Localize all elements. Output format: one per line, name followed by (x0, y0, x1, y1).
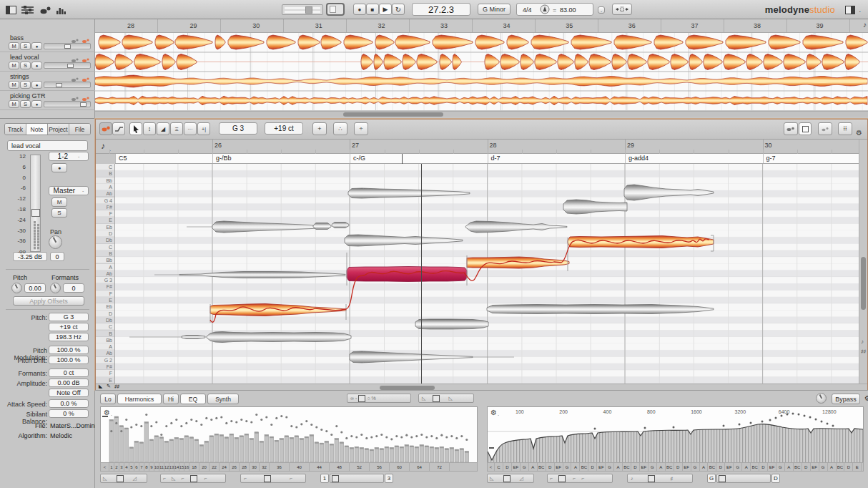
eq-note-label[interactable]: < (488, 463, 495, 471)
flag-tool-icon[interactable]: ◣ (99, 384, 102, 389)
pitch-row-label[interactable]: A (96, 264, 114, 270)
eq-note-label[interactable]: BC (837, 463, 845, 471)
pitch-row-label[interactable]: F (96, 210, 114, 217)
track-hscrollbar[interactable] (95, 111, 868, 117)
pitch-ruler[interactable]: CBBbAAbG 4F#FEEbDDbCBBbAAbG 3F#FEEbDDbCB… (96, 164, 115, 384)
selected-mode-box[interactable] (358, 395, 365, 402)
key-button[interactable]: G Minor (478, 4, 511, 15)
time-signature[interactable]: 4/4 (523, 6, 532, 14)
pitch-row-label[interactable]: G 3 (96, 277, 114, 283)
track-row[interactable]: bassMS● (0, 33, 95, 52)
volume-fader-track[interactable] (30, 155, 41, 252)
eq-note-label[interactable]: D (503, 463, 512, 471)
slope-selected-box[interactable] (433, 395, 440, 402)
formants-offset-knob[interactable] (50, 283, 61, 293)
pan-knob[interactable] (49, 235, 62, 249)
pitch-tool-button[interactable]: ↕ (143, 122, 156, 135)
harmonic-number[interactable]: 6 (134, 463, 139, 471)
tempo-menu-button[interactable]: . (598, 6, 605, 14)
eq-plot[interactable]: ⚙ . 10020040080016003200640012800 (487, 406, 864, 463)
harmonic-number[interactable]: 30 (250, 463, 260, 471)
chord-cell[interactable]: d-7 (488, 154, 626, 163)
inspector-value[interactable]: 0.00 dB (49, 379, 89, 387)
spectrum-icon[interactable] (56, 4, 67, 15)
pitch-row-label[interactable]: Bb (96, 177, 114, 184)
eq-note-label[interactable]: EF (683, 463, 691, 471)
harm-amp-slider[interactable]: ◺◿ (100, 474, 147, 483)
pitch-row-label[interactable]: Ab (96, 270, 114, 277)
harmonic-number[interactable]: 3 (119, 463, 124, 471)
harmonic-number[interactable]: 20 (199, 463, 209, 471)
tab-file[interactable]: File (69, 124, 90, 135)
eq-note-label[interactable]: D (844, 463, 853, 471)
mute-button[interactable]: M (51, 197, 67, 207)
eq-note-label[interactable]: A (657, 463, 666, 471)
stop-button[interactable]: ■ (366, 4, 379, 15)
eq-note-label[interactable]: BC (708, 463, 716, 471)
editor-ruler[interactable]: ♪ . ♪ 2627282930 (96, 140, 867, 154)
eq-note-label[interactable]: A (529, 463, 538, 471)
harmonic-number[interactable]: 5 (129, 463, 134, 471)
harmonic-number[interactable]: 4 (124, 463, 129, 471)
main-tool-button[interactable] (129, 122, 142, 135)
time-display[interactable]: 27.2.3 (412, 3, 470, 16)
harm-spin-left[interactable]: 1 (320, 474, 329, 483)
eq-note-label[interactable]: EF (768, 463, 776, 471)
harmonic-number[interactable]: 52 (350, 463, 370, 471)
rail-sharp-icon[interactable]: ♯♯ (861, 348, 866, 353)
inspector-value[interactable]: 0 ct (49, 369, 89, 377)
timing-tool-button[interactable]: ··· (184, 122, 197, 135)
pitch-readout[interactable]: G 3 (219, 122, 257, 135)
scrub-slider[interactable] (326, 3, 345, 16)
sound-tab-lo[interactable]: Lo (100, 394, 116, 404)
pitch-row-label[interactable]: Bb (96, 337, 114, 343)
inspector-value[interactable]: 100.0 % (49, 346, 89, 354)
track-hscroll-thumb[interactable] (343, 112, 443, 117)
eq-note-label[interactable]: EF (555, 463, 563, 471)
monitor-level-sliders[interactable] (282, 4, 323, 15)
track-link-icons[interactable] (70, 54, 92, 60)
eq-note-label[interactable]: G (691, 463, 700, 471)
eq-note-label[interactable]: BC (580, 463, 588, 471)
solo-button[interactable]: S (51, 208, 67, 218)
track-link-icons[interactable] (70, 92, 92, 99)
harmonic-number[interactable]: 72 (430, 463, 450, 471)
panel-menu-dot[interactable]: . (859, 4, 861, 15)
harm-spin-right[interactable]: 3 (385, 474, 393, 483)
sound-tab-synth[interactable]: Synth (207, 394, 239, 404)
harmonic-number[interactable]: 40 (290, 463, 310, 471)
rail-note-icon[interactable]: ♪ (861, 338, 864, 345)
pitch-row-label[interactable]: B (96, 250, 114, 257)
track-mute-button[interactable]: M (9, 42, 19, 50)
pitch-offset-knob[interactable] (11, 283, 22, 293)
apply-offsets-button[interactable]: Apply Offsets (13, 296, 84, 306)
eq-note-label[interactable]: EF (597, 463, 606, 471)
show-curves-button[interactable] (112, 122, 125, 135)
eq-note-label[interactable]: G (521, 463, 529, 471)
chord-cell[interactable]: g-7 (763, 154, 859, 163)
panel-toggle-icon[interactable] (845, 4, 855, 15)
harmonic-number[interactable]: 32 (260, 463, 270, 471)
pitch-row-label[interactable]: F (96, 291, 114, 297)
eq-note-label[interactable]: EF (725, 463, 734, 471)
eq-note-label[interactable]: EF (811, 463, 819, 471)
tempo-value[interactable]: 83.00 (560, 6, 576, 14)
note-display-b-button[interactable] (799, 122, 812, 135)
eq-note-label[interactable]: G (734, 463, 742, 471)
eq-spin-right[interactable]: D (771, 474, 780, 483)
eq-note-label[interactable]: G (563, 463, 572, 471)
pitch-row-label[interactable]: E (96, 297, 114, 303)
track-lanes[interactable] (95, 33, 868, 110)
note-grid-button[interactable]: ⠿ (838, 122, 852, 135)
eq-note-label[interactable]: E (853, 463, 862, 471)
harmonic-number[interactable]: < (101, 463, 109, 471)
cycle-button[interactable]: ↻ (392, 4, 405, 15)
eq-note-label[interactable]: A (571, 463, 580, 471)
pitch-row-label[interactable]: D (96, 230, 114, 237)
tempo-group[interactable]: 4/4 = 83.00 (516, 3, 593, 16)
clef-icon[interactable]: ♪ (101, 141, 105, 151)
inspector-value[interactable]: G 3 (49, 313, 89, 321)
editor-hscroll-thumb[interactable] (380, 386, 435, 390)
eq-note-label[interactable]: D (631, 463, 640, 471)
amplitude-tool-button[interactable]: ◢ (157, 122, 169, 135)
